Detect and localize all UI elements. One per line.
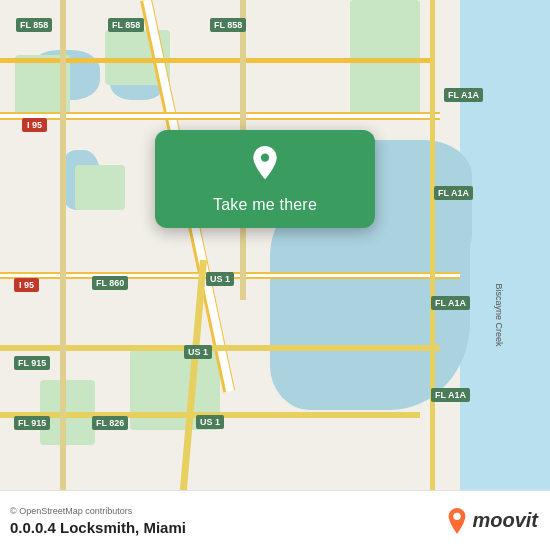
- badge-us1-2: US 1: [184, 345, 212, 359]
- badge-fl860: FL 860: [92, 276, 128, 290]
- map-container: I 95 I 95 FL 858 FL 858 FL 858 FL 860 FL…: [0, 0, 550, 490]
- badge-a1a-2: FL A1A: [434, 186, 473, 200]
- svg-point-0: [261, 154, 269, 162]
- badge-fl858-2: FL 858: [108, 18, 144, 32]
- badge-fl826: FL 826: [92, 416, 128, 430]
- bottom-bar: © OpenStreetMap contributors 0.0.0.4 Loc…: [0, 490, 550, 550]
- badge-i95-1: I 95: [22, 118, 47, 132]
- bottom-info: © OpenStreetMap contributors 0.0.0.4 Loc…: [10, 506, 186, 536]
- badge-fl915-2: FL 915: [14, 416, 50, 430]
- moovit-text: moovit: [472, 509, 538, 532]
- badge-a1a-1: FL A1A: [444, 88, 483, 102]
- moovit-logo: moovit: [446, 508, 538, 534]
- badge-fl858-3: FL 858: [210, 18, 246, 32]
- badge-a1a-3: FL A1A: [431, 296, 470, 310]
- badge-us1-3: US 1: [196, 415, 224, 429]
- road-h1-inner: [0, 114, 440, 118]
- map-ocean: [460, 0, 550, 490]
- business-name: 0.0.0.4 Locksmith, Miami: [10, 519, 186, 536]
- location-pin-icon: [245, 146, 285, 186]
- badge-a1a-4: FL A1A: [431, 388, 470, 402]
- attribution-text: © OpenStreetMap contributors: [10, 506, 186, 516]
- moovit-pin-icon: [446, 508, 468, 534]
- road-h3: [0, 345, 440, 351]
- badge-fl915-1: FL 915: [14, 356, 50, 370]
- badge-i95-2: I 95: [14, 278, 39, 292]
- road-v1: [60, 0, 66, 490]
- label-biscayne: Biscayne Creek: [493, 283, 503, 346]
- take-me-there-label: Take me there: [213, 196, 317, 214]
- badge-us1-1: US 1: [206, 272, 234, 286]
- svg-point-1: [454, 512, 461, 519]
- badge-fl858-1: FL 858: [16, 18, 52, 32]
- take-me-there-card[interactable]: Take me there: [155, 130, 375, 228]
- park-mid: [75, 165, 125, 210]
- road-a1a: [430, 0, 435, 490]
